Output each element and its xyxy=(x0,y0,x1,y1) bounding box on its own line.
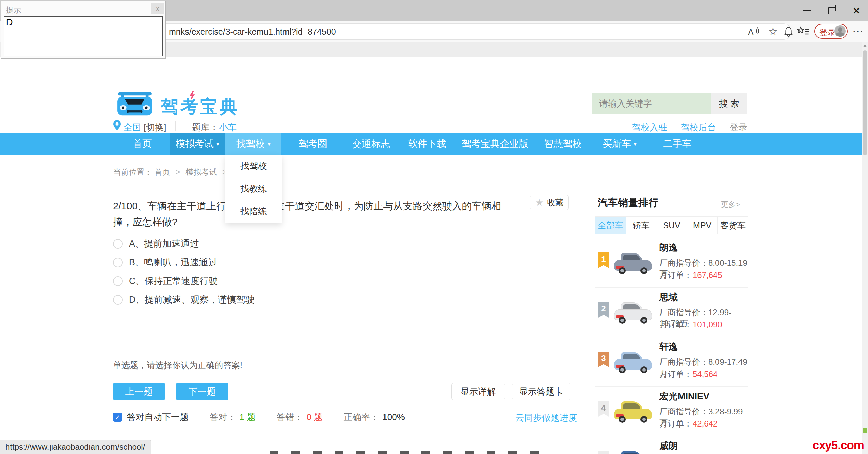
tab-all-cars[interactable]: 全部车 xyxy=(595,217,626,234)
scrollbar-up-arrow-icon[interactable] xyxy=(863,44,867,47)
scrollbar-thumb[interactable] xyxy=(863,50,867,155)
car-orders: 月订单：101,090 xyxy=(659,319,722,330)
nav-item-buy-car[interactable]: 买新车 xyxy=(592,133,648,155)
correct-value: 1 题 xyxy=(239,411,256,423)
breadcrumb-mock-exam[interactable]: 模拟考试 xyxy=(186,168,217,176)
window-close-button[interactable] xyxy=(844,0,868,21)
radio-icon[interactable] xyxy=(113,276,123,286)
dropdown-item-find-coach[interactable]: 找教练 xyxy=(225,177,282,200)
logo-text[interactable]: 驾考宝典 xyxy=(161,95,239,119)
car-ranking-list: 1 朗逸 厂商指导价：8.00-15.19万 月订单：167,645 2 思域 … xyxy=(595,238,748,454)
question-bank-label: 题库： xyxy=(192,121,218,133)
avatar xyxy=(834,25,846,37)
car-name[interactable]: 威朗 xyxy=(659,440,678,452)
nav-item-download[interactable]: 软件下载 xyxy=(398,133,456,155)
chevron-down-icon xyxy=(268,133,271,155)
wrong-value: 0 题 xyxy=(307,411,323,423)
tab-sedan[interactable]: 轿车 xyxy=(626,217,656,234)
nav-item-smart-school[interactable]: 智慧驾校 xyxy=(534,133,592,155)
search-input[interactable] xyxy=(592,93,711,114)
stats-row: 答对自动下一题 答对： 1 题 答错： 0 题 正确率： 100% xyxy=(113,411,405,423)
logo-car-icon[interactable] xyxy=(115,90,154,118)
svg-text:A: A xyxy=(748,27,754,37)
nav-item-traffic-signs[interactable]: 交通标志 xyxy=(344,133,398,155)
list-item[interactable]: 2 思域 厂商指导价：12.99-18.79万 月订单：101,090 xyxy=(595,287,748,337)
car-image xyxy=(614,252,652,274)
rank-badge: 2 xyxy=(598,302,609,318)
car-image xyxy=(614,301,652,324)
auto-next-checkbox[interactable] xyxy=(113,413,122,422)
search-button[interactable]: 搜 索 xyxy=(711,93,747,114)
restore-icon xyxy=(828,7,835,14)
add-favorite-star-icon[interactable] xyxy=(768,25,778,38)
browser-signin-button[interactable]: 登录 xyxy=(814,24,848,39)
radio-icon[interactable] xyxy=(113,258,123,267)
next-question-button[interactable]: 下一题 xyxy=(176,383,228,400)
wrong-label: 答错： xyxy=(277,411,303,423)
dropdown-item-find-trainer[interactable]: 找陪练 xyxy=(225,200,282,223)
correct-label: 答对： xyxy=(210,411,236,423)
window-restore-button[interactable] xyxy=(820,0,844,21)
login-link[interactable]: 登录 xyxy=(730,121,747,133)
sidebar-title: 汽车销量排行 xyxy=(598,196,659,210)
option-d[interactable]: D、提前减速、观察，谨慎驾驶 xyxy=(113,295,255,304)
question-text: 2/100、车辆在主干道上行驶，驶近主支干道交汇处时，为防止与从支路突然驶入的车… xyxy=(113,198,506,230)
address-bar[interactable]: mnks/exercise/3-car-kemu1.html?id=874500… xyxy=(97,23,791,40)
nav-item-mock-exam[interactable]: 模拟考试 xyxy=(170,133,225,155)
radio-icon[interactable] xyxy=(113,239,123,249)
list-item[interactable]: 4 宏光MINIEV 厂商指导价：3.28-9.99万 月订单：42,642 xyxy=(595,386,748,436)
location-value[interactable]: 全国 xyxy=(123,121,141,133)
url-text[interactable]: mnks/exercise/3-car-kemu1.html?id=874500 xyxy=(169,27,336,37)
breadcrumb-separator: > xyxy=(176,168,180,176)
auto-next-label[interactable]: 答对自动下一题 xyxy=(127,411,189,423)
list-item[interactable]: 1 朗逸 厂商指导价：8.00-15.19万 月订单：167,645 xyxy=(595,238,748,287)
site-topbar: 全国 [切换] | 题库： 小车 驾校入驻 驾校后台 登录 xyxy=(0,57,868,81)
radio-icon[interactable] xyxy=(113,295,123,305)
show-explanation-button[interactable]: 显示详解 xyxy=(451,383,505,400)
show-answer-card-button[interactable]: 显示答题卡 xyxy=(512,383,570,400)
nav-item-used-car[interactable]: 二手车 xyxy=(648,133,707,155)
car-image xyxy=(614,450,652,454)
question-bank-value[interactable]: 小车 xyxy=(219,121,237,133)
list-item[interactable]: 5 威朗 xyxy=(595,436,748,454)
dropdown-item-find-school[interactable]: 找驾校 xyxy=(225,155,282,177)
car-name[interactable]: 轩逸 xyxy=(659,341,678,353)
content-sidebar-divider xyxy=(593,192,593,440)
tab-suv[interactable]: SUV xyxy=(656,217,687,234)
option-a[interactable]: A、提前加速通过 xyxy=(113,239,255,248)
list-item[interactable]: 3 轩逸 厂商指导价：8.09-17.49万 月订单：54,564 xyxy=(595,337,748,386)
watermark: cxy5.com xyxy=(812,438,864,452)
sidebar-right-border xyxy=(749,192,749,440)
option-b[interactable]: B、鸣喇叭，迅速通过 xyxy=(113,258,255,267)
minimize-icon xyxy=(803,10,811,11)
cloud-sync-link[interactable]: 云同步做题进度 xyxy=(515,412,577,424)
browser-menu-icon[interactable] xyxy=(852,24,863,37)
chevron-down-icon xyxy=(634,133,637,155)
nav-item-home[interactable]: 首页 xyxy=(115,133,170,155)
nav-item-find-school[interactable]: 找驾校 xyxy=(225,133,281,155)
school-admin-link[interactable]: 驾校后台 xyxy=(681,121,716,133)
prev-question-button[interactable]: 上一题 xyxy=(113,383,165,400)
window-minimize-button[interactable] xyxy=(795,0,819,21)
chevron-down-icon xyxy=(216,133,219,155)
question-type-hint: 单选题，请选择你认为正确的答案! xyxy=(113,360,242,371)
car-orders: 月订单：42,642 xyxy=(659,418,717,429)
location-switch-link[interactable]: [切换] xyxy=(144,121,166,133)
option-c[interactable]: C、保持正常速度行驶 xyxy=(113,276,255,286)
popup-close-button[interactable]: x xyxy=(151,3,164,14)
school-join-link[interactable]: 驾校入驻 xyxy=(632,121,667,133)
tab-van[interactable]: 客货车 xyxy=(717,217,748,234)
tab-mpv[interactable]: MPV xyxy=(687,217,717,234)
collections-icon[interactable] xyxy=(797,26,809,38)
favorite-button[interactable]: 收藏 xyxy=(530,195,569,210)
breadcrumb-home[interactable]: 首页 xyxy=(154,168,170,176)
car-name[interactable]: 宏光MINIEV xyxy=(659,390,709,402)
nav-item-enterprise[interactable]: 驾考宝典企业版 xyxy=(456,133,534,155)
car-name[interactable]: 思域 xyxy=(659,291,678,303)
read-aloud-icon[interactable]: A xyxy=(748,26,760,39)
favorite-label: 收藏 xyxy=(547,197,564,208)
car-name[interactable]: 朗逸 xyxy=(659,242,678,254)
notifications-bell-icon[interactable] xyxy=(784,26,793,38)
nav-item-circle[interactable]: 驾考圈 xyxy=(281,133,344,155)
sidebar-more-link[interactable]: 更多> xyxy=(721,200,740,210)
